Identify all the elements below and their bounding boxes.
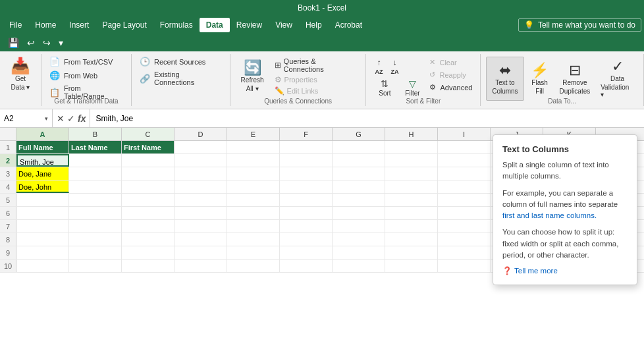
clear-button[interactable]: ✕ Clear — [427, 57, 475, 68]
cell-e4[interactable] — [227, 180, 280, 193]
row-header-8[interactable]: 8 — [0, 233, 16, 246]
cell-g2[interactable] — [333, 154, 385, 167]
menu-acrobat[interactable]: Acrobat — [329, 18, 369, 32]
menu-home[interactable]: Home — [28, 18, 63, 32]
tell-me-more-link[interactable]: ❓ Tell me more — [502, 266, 628, 275]
sort-az-button[interactable]: ↑AZ — [371, 57, 386, 76]
cell-c4[interactable] — [122, 180, 174, 193]
cell-d3[interactable] — [174, 167, 227, 180]
row-header-3[interactable]: 3 — [0, 167, 16, 180]
col-header-g[interactable]: G — [333, 128, 385, 140]
cell-a5[interactable] — [16, 194, 69, 206]
qat-dropdown[interactable]: ▾ — [56, 36, 66, 49]
reapply-button[interactable]: ↺ Reapply — [427, 69, 475, 80]
cell-g3[interactable] — [333, 167, 385, 180]
cell-b3[interactable] — [69, 167, 122, 180]
insert-function-button[interactable]: fx — [78, 113, 86, 124]
name-box-dropdown[interactable]: ▾ — [45, 115, 48, 122]
cell-d2[interactable] — [174, 154, 227, 167]
cell-f4[interactable] — [280, 180, 333, 193]
cell-b1[interactable]: Last Name — [69, 141, 122, 153]
row-header-1[interactable]: 1 — [0, 141, 16, 153]
cell-i2[interactable] — [438, 154, 491, 167]
cell-f2[interactable] — [280, 154, 333, 167]
cell-c2[interactable] — [122, 154, 174, 167]
cell-e1[interactable] — [227, 141, 280, 153]
col-header-a[interactable]: A — [16, 128, 69, 140]
cell-i4[interactable] — [438, 180, 491, 193]
properties-button[interactable]: ⚙ Properties — [272, 74, 361, 85]
cell-f3[interactable] — [280, 167, 333, 180]
menu-help[interactable]: Help — [299, 18, 329, 32]
row-header-9[interactable]: 9 — [0, 246, 16, 259]
row-header-2[interactable]: 2 — [0, 154, 16, 167]
cell-a4[interactable]: Doe, John — [16, 180, 69, 193]
flash-fill-button[interactable]: ⚡ Flash Fill — [527, 57, 553, 101]
row-header-10[interactable]: 10 — [0, 260, 16, 272]
menu-review[interactable]: Review — [230, 18, 269, 32]
get-data-button[interactable]: 📥 Get Data ▾ — [5, 54, 36, 94]
menu-insert[interactable]: Insert — [63, 18, 95, 32]
cell-b4[interactable] — [69, 180, 122, 193]
row-header-7[interactable]: 7 — [0, 220, 16, 233]
refresh-all-button[interactable]: 🔄 Refresh All ▾ — [236, 54, 269, 97]
menu-view[interactable]: View — [269, 18, 299, 32]
cell-i1[interactable] — [438, 141, 491, 153]
col-header-b[interactable]: B — [69, 128, 122, 140]
cell-a1[interactable]: Full Name — [16, 141, 69, 153]
cell-h3[interactable] — [385, 167, 438, 180]
menu-data[interactable]: Data — [200, 18, 230, 32]
recent-sources-button[interactable]: 🕒 Recent Sources — [137, 55, 225, 68]
cell-g4[interactable] — [333, 180, 385, 193]
cell-a2[interactable]: Smith, Joe — [16, 154, 69, 167]
existing-connections-button[interactable]: 🔗 Existing Connections — [137, 69, 225, 88]
col-header-f[interactable]: F — [280, 128, 333, 140]
undo-button[interactable]: ↩ — [24, 36, 38, 49]
redo-button[interactable]: ↪ — [40, 36, 53, 49]
title-text: Book1 - Excel — [298, 3, 346, 13]
cell-f1[interactable] — [280, 141, 333, 153]
from-web-button[interactable]: 🌐 From Web — [47, 69, 126, 82]
row-header-4[interactable]: 4 — [0, 180, 16, 193]
row-header-5[interactable]: 5 — [0, 194, 16, 206]
cell-g1[interactable] — [333, 141, 385, 153]
col-header-c[interactable]: C — [122, 128, 174, 140]
cancel-formula-button[interactable]: ✕ — [57, 113, 65, 124]
get-data-icon: 📥 — [11, 58, 30, 74]
get-data-label2: Data ▾ — [11, 84, 30, 91]
edit-links-button[interactable]: ✏️ Edit Links — [272, 86, 361, 96]
cell-d4[interactable] — [174, 180, 227, 193]
cell-d1[interactable] — [174, 141, 227, 153]
advanced-button[interactable]: ⚙ Advanced — [427, 82, 475, 93]
row-header-6[interactable]: 6 — [0, 207, 16, 219]
name-box[interactable]: A2 ▾ — [0, 109, 53, 127]
col-header-h[interactable]: H — [385, 128, 438, 140]
cell-e2[interactable] — [227, 154, 280, 167]
queries-connections-button[interactable]: ⊞ Queries & Connections — [272, 57, 361, 74]
cell-a3[interactable]: Doe, Jane — [16, 167, 69, 180]
data-validation-button[interactable]: ✓ Data Validation ▾ — [597, 57, 638, 101]
cell-e3[interactable] — [227, 167, 280, 180]
col-header-d[interactable]: D — [174, 128, 227, 140]
menu-page-layout[interactable]: Page Layout — [95, 18, 153, 32]
cell-h1[interactable] — [385, 141, 438, 153]
sort-button[interactable]: ⇅ Sort — [371, 78, 398, 98]
cell-h4[interactable] — [385, 180, 438, 193]
remove-duplicates-button[interactable]: ⊟ Remove Duplicates — [556, 57, 595, 101]
col-header-e[interactable]: E — [227, 128, 280, 140]
menu-file[interactable]: File — [3, 18, 28, 32]
cell-c3[interactable] — [122, 167, 174, 180]
cell-b2[interactable] — [69, 154, 122, 167]
from-text-csv-button[interactable]: 📄 From Text/CSV — [47, 55, 126, 68]
menu-search[interactable]: 💡 Tell me what you want to do — [518, 18, 641, 32]
cell-i3[interactable] — [438, 167, 491, 180]
text-to-columns-button[interactable]: ⬌ Text to Columns — [486, 57, 523, 101]
cell-c1[interactable]: First Name — [122, 141, 174, 153]
sort-za-button[interactable]: ↓ZA — [387, 57, 402, 76]
menu-formulas[interactable]: Formulas — [153, 18, 200, 32]
filter-button[interactable]: ▽ Filter — [399, 78, 425, 98]
cell-h2[interactable] — [385, 154, 438, 167]
save-button[interactable]: 💾 — [5, 36, 22, 49]
confirm-formula-button[interactable]: ✓ — [67, 113, 75, 124]
col-header-i[interactable]: I — [438, 128, 491, 140]
